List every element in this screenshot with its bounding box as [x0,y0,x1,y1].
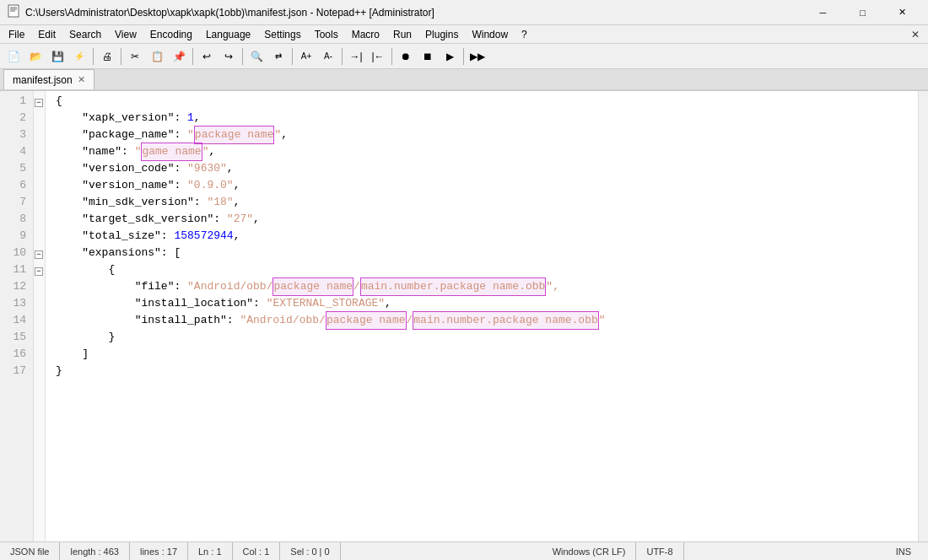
toolbar-undo[interactable]: ↩ [197,46,217,67]
status-ln: Ln : 1 [188,542,233,560]
toolbar-zoomout[interactable]: A- [318,46,338,67]
toolbar-macro-play[interactable]: ▶ [440,46,460,67]
toolbar-save[interactable]: 💾 [47,46,67,67]
key-min-sdk: "min_sdk_version" [82,194,194,211]
menu-plugins[interactable]: Plugins [418,25,465,44]
val-target-sdk: "27" [227,211,253,228]
tab-close-button[interactable]: ✕ [78,74,85,85]
line-num-12: 12 [3,278,26,295]
toolbar-open[interactable]: 📂 [25,46,46,67]
key-xapk-version: "xapk_version" [82,110,174,127]
fold-btn-11[interactable]: − [35,267,43,276]
inner-brace-close: } [108,329,115,346]
line-num-8: 8 [3,211,26,228]
status-sel: Sel : 0 | 0 [280,542,340,560]
code-line-13: "install_location" : "EXTERNAL_STORAGE" … [52,295,918,312]
brace-open: { [56,93,62,110]
fold-btn-1[interactable]: − [35,99,43,107]
titlebar: C:\Users\Administrator\Desktop\xapk\xapk… [0,0,928,25]
status-encoding: UTF-8 [636,542,683,560]
toolbar-outdent[interactable]: |← [368,46,388,67]
menu-language[interactable]: Language [199,25,257,44]
line-num-10: 10 [3,245,26,261]
toolbar-indent[interactable]: →| [346,46,366,67]
val-install-path-pre: "Android/obb/ [240,312,325,329]
toolbar-print[interactable]: 🖨 [97,46,117,67]
val-total-size: 158572944 [174,228,233,245]
line-num-5: 5 [3,160,26,177]
toolbar-sep-5 [292,48,293,65]
line-numbers: 1 2 3 4 5 6 7 8 9 10 11 12 13 14 15 16 1… [0,91,34,541]
menu-edit[interactable]: Edit [31,25,62,44]
toolbar-paste[interactable]: 📌 [169,46,189,67]
tab-manifest-json[interactable]: manifest.json ✕ [3,69,94,89]
toolbar-findreplace[interactable]: ⇄ [268,46,289,67]
menu-x-close[interactable]: ✕ [904,27,926,42]
toolbar-sep-7 [391,48,392,65]
val-version-code: "9630" [187,160,227,177]
toolbar-sep-6 [342,48,343,65]
val-name: game name [141,143,202,161]
toolbar-redo[interactable]: ↪ [219,46,239,67]
toolbar-run[interactable]: ▶▶ [467,46,488,67]
val-install-loc: "EXTERNAL_STORAGE" [267,295,385,312]
tab-label: manifest.json [13,74,73,86]
code-line-4: "name" : "game name" , [52,143,918,160]
line-num-17: 17 [3,363,26,380]
toolbar-macro-stop[interactable]: ⏹ [418,46,438,67]
maximize-button[interactable]: □ [844,0,882,25]
status-ins: INS [886,542,921,560]
menu-help[interactable]: ? [515,25,534,44]
fold-btn-10[interactable]: − [35,250,43,259]
menu-run[interactable]: Run [386,25,418,44]
toolbar-sep-1 [93,48,94,65]
code-line-1: { [52,93,918,110]
menu-macro[interactable]: Macro [345,25,386,44]
val-xapk-version: 1 [187,110,194,127]
toolbar-sep-4 [242,48,243,65]
toolbar-find[interactable]: 🔍 [246,46,267,67]
menu-window[interactable]: Window [465,25,515,44]
toolbar-saveall[interactable]: ⚡ [69,46,89,67]
toolbar-cut[interactable]: ✂ [125,46,145,67]
menu-search[interactable]: Search [62,25,108,44]
menu-settings[interactable]: Settings [257,25,307,44]
status-eol: Windows (CR LF) [542,542,637,560]
menu-view[interactable]: View [108,25,143,44]
key-file: "file" [135,278,175,295]
toolbar-sep-2 [121,48,121,65]
line-num-9: 9 [3,228,26,245]
line-num-2: 2 [3,110,26,127]
code-line-14: "install_path" : "Android/obb/package na… [52,312,918,329]
toolbar-zoomin[interactable]: A+ [296,46,316,67]
status-col: Col : 1 [233,542,281,560]
menu-encoding[interactable]: Encoding [143,25,199,44]
code-line-12: "file" : "Android/obb/package name/main.… [52,278,918,295]
menu-file[interactable]: File [2,25,31,44]
val-file-pre: "Android/obb/ [187,278,272,295]
statusbar: JSON file length : 463 lines : 17 Ln : 1… [0,541,928,560]
line-num-1: 1 [3,93,26,110]
code-line-15: } [52,329,918,346]
window-controls: ─ □ ✕ [804,0,921,25]
minimize-button[interactable]: ─ [804,0,842,25]
toolbar-macro-rec[interactable]: ⏺ [396,46,416,67]
val-version-name: "0.9.0" [187,177,234,194]
line-num-3: 3 [3,127,26,143]
key-package-name: "package_name" [82,127,174,143]
code-line-3: "package_name" : "package name" , [52,127,918,143]
val-package-name: package name [194,126,275,144]
inner-brace-open: { [108,261,115,278]
line-num-14: 14 [3,312,26,329]
vertical-scrollbar[interactable] [918,91,928,541]
key-version-name: "version_name" [82,177,174,194]
close-button[interactable]: ✕ [883,0,921,25]
menu-tools[interactable]: Tools [308,25,345,44]
status-length: length : 463 [60,542,130,560]
toolbar-copy[interactable]: 📋 [147,46,167,67]
key-expansions: "expansions" [82,245,161,261]
toolbar-new[interactable]: 📄 [3,46,24,67]
menubar: File Edit Search View Encoding Language … [0,25,928,44]
line-num-16: 16 [3,346,26,363]
code-area[interactable]: { "xapk_version" : 1 , "package_name" : … [46,91,918,541]
